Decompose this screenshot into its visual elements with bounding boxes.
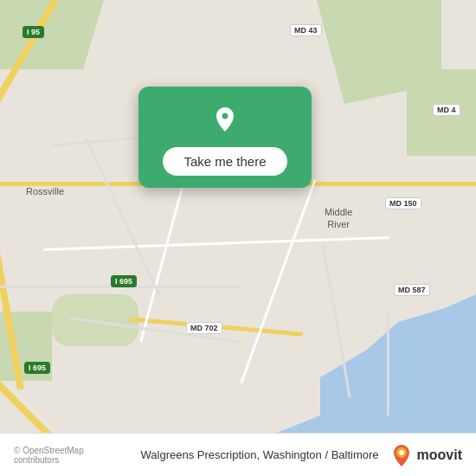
shield-md587: MD 587 [394,284,430,296]
road-local-9 [387,312,389,415]
location-title: Walgreens Prescription, Washington / Bal… [141,448,379,461]
moovit-wordmark: moovit [417,447,462,463]
shield-i95-upper: I 95 [23,26,44,38]
copyright-text: © OpenStreetMap contributors [14,446,131,465]
location-pin-icon [206,100,244,138]
shield-i695: I 695 [111,275,137,287]
svg-point-1 [399,450,404,455]
popup-card: Take me there [138,87,312,188]
shield-i695-lower: I 695 [24,362,50,374]
shield-md43: MD 43 [290,24,322,36]
shield-md702: MD 702 [186,322,222,334]
moovit-logo: moovit [389,443,462,467]
shield-md4: MD 4 [433,104,460,116]
label-middle-river: MiddleRiver [325,206,352,231]
take-me-there-button[interactable]: Take me there [163,147,286,176]
map-container: I 95 MD 7 MD 43 MD 4 I 695 MD 702 I 695 … [0,0,476,433]
moovit-pin-icon [389,443,414,467]
bottom-bar: © OpenStreetMap contributors Walgreens P… [0,433,476,476]
label-rossville: Rossville [26,186,64,196]
shield-md150: MD 150 [385,197,421,209]
